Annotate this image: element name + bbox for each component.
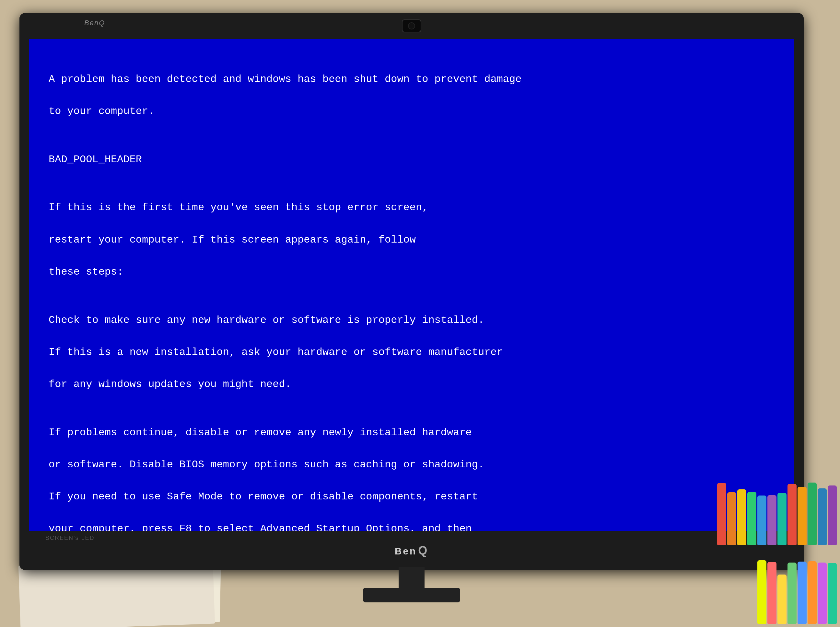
bsod-line-16: If you need to use Safe Mode to remove o… xyxy=(49,489,775,505)
monitor-stand-base xyxy=(363,588,460,602)
bsod-line-14: If problems continue, disable or remove … xyxy=(49,425,775,441)
bsod-line-4: BAD_POOL_HEADER xyxy=(49,151,775,168)
bsod-line-10: Check to make sure any new hardware or s… xyxy=(49,312,775,328)
bsod-line-2: to your computer. xyxy=(49,103,775,120)
marker-item xyxy=(797,562,807,624)
bsod-line-1: A problem has been detected and windows … xyxy=(49,71,775,87)
marker-item xyxy=(808,561,817,624)
marker-item xyxy=(828,563,837,624)
bsod-line-15: or software. Disable BIOS memory options… xyxy=(49,457,775,473)
marker-item xyxy=(727,492,736,545)
marker-item xyxy=(737,489,746,545)
monitor-brand-top-label: BenQ xyxy=(84,19,105,27)
monitor-bottom-bezel: BenQ xyxy=(19,531,804,570)
monitor-stand-neck xyxy=(399,567,425,589)
marker-item xyxy=(767,562,777,624)
marker-item xyxy=(747,492,756,545)
marker-item xyxy=(818,562,827,624)
bsod-screen: A problem has been detected and windows … xyxy=(29,39,794,531)
bsod-line-7: restart your computer. If this screen ap… xyxy=(49,232,775,248)
monitor-top-bar: BenQ xyxy=(19,13,804,39)
marker-item xyxy=(808,482,817,545)
bsod-line-17: your computer, press F8 to select Advanc… xyxy=(49,521,775,531)
bsod-line-11: If this is a new installation, ask your … xyxy=(49,344,775,361)
bsod-line-6: If this is the first time you've seen th… xyxy=(49,200,775,216)
monitor-brand-bottom-label: BenQ xyxy=(395,544,429,558)
marker-item xyxy=(788,562,797,624)
marker-item xyxy=(828,485,837,545)
bsod-line-12: for any windows updates you might need. xyxy=(49,377,775,392)
marker-item xyxy=(818,488,827,545)
marker-item xyxy=(777,493,786,545)
markers-container xyxy=(711,465,840,627)
screen-led-label: SCREEN's LED xyxy=(45,535,94,542)
webcam xyxy=(402,19,421,32)
bsod-line-8: these steps: xyxy=(49,264,775,280)
marker-item xyxy=(757,496,766,545)
marker-item xyxy=(777,575,786,624)
monitor: BenQ A problem has been detected and win… xyxy=(19,13,804,570)
brand-prefix: Ben xyxy=(395,546,417,556)
marker-item xyxy=(788,484,797,545)
marker-item xyxy=(767,495,777,545)
bsod-text: A problem has been detected and windows … xyxy=(49,55,775,521)
marker-item xyxy=(757,560,766,624)
marker-item xyxy=(797,487,807,545)
marker-item xyxy=(717,483,726,545)
